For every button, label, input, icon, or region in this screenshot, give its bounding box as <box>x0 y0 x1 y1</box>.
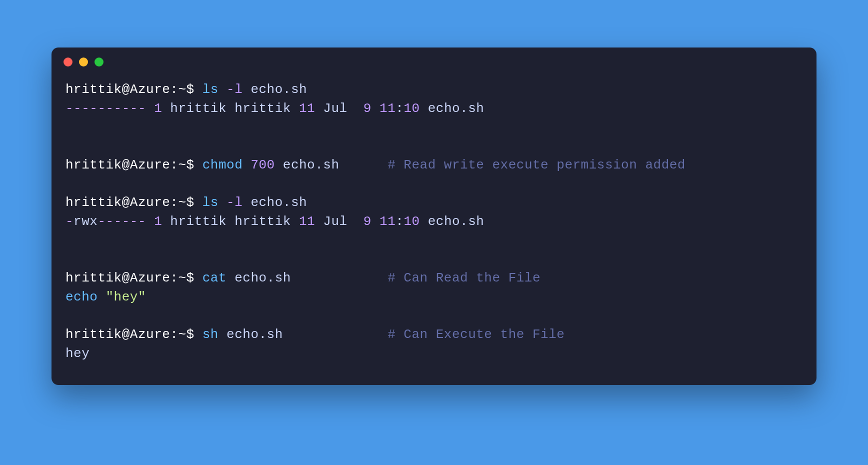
spacer <box>291 270 388 286</box>
comment: # Can Read the File <box>388 270 540 286</box>
command-ls: ls <box>202 82 218 97</box>
arg: echo.sh <box>283 158 340 172</box>
arg: echo.sh <box>234 270 291 286</box>
maximize-icon[interactable] <box>94 58 104 66</box>
size: 11 <box>299 214 315 229</box>
shell-prompt: hrittik@Azure:~$ <box>66 82 202 97</box>
filename: echo.sh <box>420 214 484 229</box>
hour: 11 <box>372 214 396 229</box>
spacer <box>283 327 388 342</box>
hour: 11 <box>372 101 396 116</box>
shell-prompt: hrittik@Azure:~$ <box>66 327 202 342</box>
perms: ---------- <box>66 101 146 116</box>
day: 9 <box>364 101 372 116</box>
rwx: rwx <box>74 214 98 229</box>
flag: -l <box>226 82 242 97</box>
arg: echo.sh <box>250 195 307 210</box>
minute: 10 <box>404 101 420 116</box>
string-literal: "hey" <box>106 290 146 304</box>
spacer <box>340 158 388 172</box>
day: 9 <box>364 214 372 229</box>
minute: 10 <box>404 214 420 229</box>
comment: # Can Execute the File <box>388 327 564 342</box>
echo-keyword: echo <box>66 290 106 304</box>
terminal-window: hrittik@Azure:~$ ls -l echo.sh ---------… <box>52 48 816 385</box>
colon: : <box>396 214 404 229</box>
command-cat: cat <box>202 270 226 286</box>
command-ls: ls <box>202 195 218 210</box>
mode: 700 <box>250 158 274 172</box>
filename: echo.sh <box>420 101 484 116</box>
command-chmod: chmod <box>202 158 243 172</box>
size: 11 <box>299 101 315 116</box>
arg: echo.sh <box>226 327 283 342</box>
shell-prompt: hrittik@Azure:~$ <box>66 270 202 286</box>
minimize-icon[interactable] <box>79 58 88 66</box>
close-icon[interactable] <box>64 58 72 66</box>
flag: -l <box>226 195 242 210</box>
shell-prompt: hrittik@Azure:~$ <box>66 195 202 210</box>
dash: - <box>66 214 74 229</box>
month: Jul <box>315 214 364 229</box>
shell-prompt: hrittik@Azure:~$ <box>66 158 202 172</box>
links: 1 <box>146 214 162 229</box>
links: 1 <box>146 101 162 116</box>
owner-group: hrittik hrittik <box>162 101 299 116</box>
command-sh: sh <box>202 327 218 342</box>
arg: echo.sh <box>250 82 307 97</box>
month: Jul <box>315 101 364 116</box>
colon: : <box>396 101 404 116</box>
output-line: hey <box>66 346 90 361</box>
owner-group: hrittik hrittik <box>162 214 299 229</box>
terminal-body[interactable]: hrittik@Azure:~$ ls -l echo.sh ---------… <box>52 66 816 385</box>
comment: # Read write execute permission added <box>388 158 686 172</box>
perms-rest: ------ <box>98 214 146 229</box>
window-titlebar <box>52 48 816 66</box>
